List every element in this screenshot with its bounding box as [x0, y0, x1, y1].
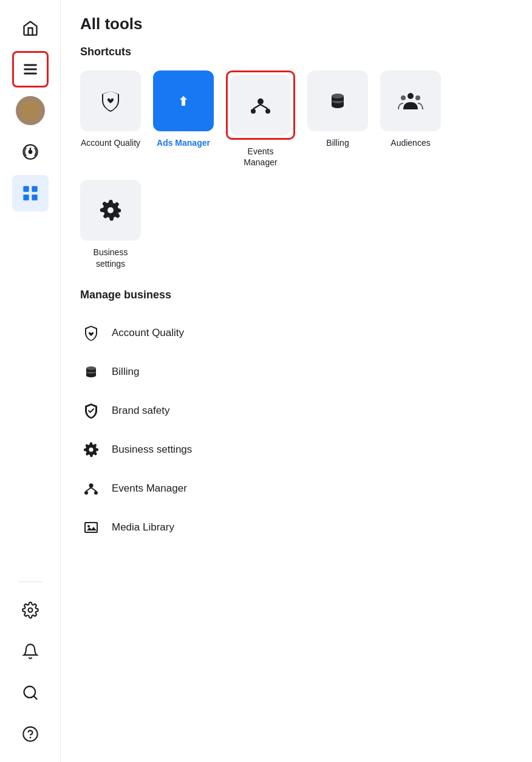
manage-item-events-manager-label: Events Manager: [112, 482, 187, 495]
main-content: All tools Shortcuts Account Quality: [61, 0, 532, 762]
billing-icon: [80, 361, 102, 383]
shortcut-events-manager-highlight: [226, 70, 295, 140]
manage-business-section: Manage business Account Quality: [80, 289, 513, 547]
shortcut-account-quality-label: Account Quality: [81, 137, 140, 148]
shortcut-audiences-icon-box: [380, 70, 441, 131]
svg-point-12: [28, 608, 32, 613]
manage-item-billing[interactable]: Billing: [80, 352, 513, 391]
svg-point-29: [401, 95, 406, 100]
shortcut-events-manager[interactable]: Events Manager: [226, 70, 295, 168]
shortcut-audiences[interactable]: Audiences: [380, 70, 441, 168]
manage-business-title: Manage business: [80, 289, 513, 301]
shortcut-account-quality-icon-box: [80, 70, 141, 131]
shortcut-ads-manager-icon-box: [153, 70, 214, 131]
manage-item-billing-label: Billing: [112, 366, 139, 378]
svg-line-44: [91, 487, 96, 491]
svg-point-19: [251, 109, 256, 114]
sidebar-item-menu[interactable]: [12, 51, 49, 88]
sidebar-item-dial[interactable]: [12, 134, 49, 170]
svg-point-20: [265, 109, 270, 114]
sidebar-item-search[interactable]: [12, 674, 49, 711]
svg-point-39: [89, 447, 94, 451]
svg-rect-8: [23, 186, 29, 191]
svg-line-14: [33, 696, 36, 699]
svg-rect-9: [32, 186, 37, 191]
shortcut-ads-manager-label: Ads Manager: [157, 137, 210, 148]
shortcut-business-settings[interactable]: Business settings: [80, 180, 141, 269]
svg-point-42: [94, 491, 98, 495]
shortcut-billing-label: Billing: [326, 137, 349, 148]
avatar: [16, 96, 45, 125]
svg-point-6: [29, 151, 32, 154]
svg-rect-10: [23, 194, 29, 200]
svg-point-15: [23, 727, 37, 741]
shortcuts-section-title: Shortcuts: [80, 46, 513, 58]
shortcut-events-manager-label: Events Manager: [230, 146, 291, 168]
sidebar-item-notifications[interactable]: [12, 633, 49, 670]
events-manager-icon: [80, 478, 102, 499]
shortcut-billing-icon-box: [307, 70, 368, 131]
svg-line-22: [261, 105, 268, 109]
sidebar-item-avatar[interactable]: [12, 92, 49, 129]
shortcut-ads-manager[interactable]: Ads Manager: [153, 70, 214, 168]
svg-line-43: [86, 487, 91, 491]
svg-point-32: [107, 207, 114, 213]
svg-point-40: [89, 483, 94, 487]
svg-point-27: [332, 94, 344, 98]
shortcuts-grid: Account Quality Ads Manager: [80, 70, 513, 269]
shortcut-billing[interactable]: Billing: [307, 70, 368, 168]
manage-item-media-library-label: Media Library: [112, 521, 174, 534]
manage-item-business-settings[interactable]: Business settings: [80, 430, 513, 469]
sidebar-item-help[interactable]: [12, 716, 49, 752]
svg-point-18: [257, 98, 264, 105]
svg-point-28: [408, 93, 414, 99]
svg-rect-11: [32, 194, 37, 200]
svg-point-41: [84, 491, 88, 495]
sidebar-item-home[interactable]: [12, 10, 49, 46]
sidebar-item-grid[interactable]: [12, 175, 49, 211]
sidebar: [0, 0, 61, 762]
sidebar-divider: [18, 582, 43, 582]
manage-item-account-quality[interactable]: Account Quality: [80, 314, 513, 352]
manage-item-brand-safety-label: Brand safety: [112, 405, 169, 417]
shortcut-account-quality[interactable]: Account Quality: [80, 70, 141, 168]
media-library-icon: [80, 517, 102, 538]
business-settings-icon: [80, 439, 102, 461]
shortcut-business-settings-label: Business settings: [80, 247, 141, 269]
manage-item-media-library[interactable]: Media Library: [80, 508, 513, 547]
shortcut-events-manager-icon-box: [230, 75, 291, 136]
shortcuts-section: Shortcuts Account Quality: [80, 46, 513, 269]
sidebar-item-settings[interactable]: [12, 592, 49, 628]
manage-item-account-quality-label: Account Quality: [112, 327, 184, 339]
account-quality-icon: [80, 322, 102, 344]
svg-point-47: [87, 525, 90, 527]
page-title: All tools: [80, 15, 513, 33]
svg-line-21: [253, 105, 261, 109]
manage-item-business-settings-label: Business settings: [112, 444, 192, 456]
svg-point-37: [86, 366, 96, 370]
svg-point-30: [415, 95, 420, 100]
svg-rect-4: [22, 102, 39, 119]
shortcut-audiences-label: Audiences: [390, 137, 430, 148]
shortcut-business-settings-icon-box: [80, 180, 141, 241]
manage-item-events-manager[interactable]: Events Manager: [80, 469, 513, 508]
manage-item-brand-safety[interactable]: Brand safety: [80, 391, 513, 430]
brand-safety-icon: [80, 400, 102, 422]
